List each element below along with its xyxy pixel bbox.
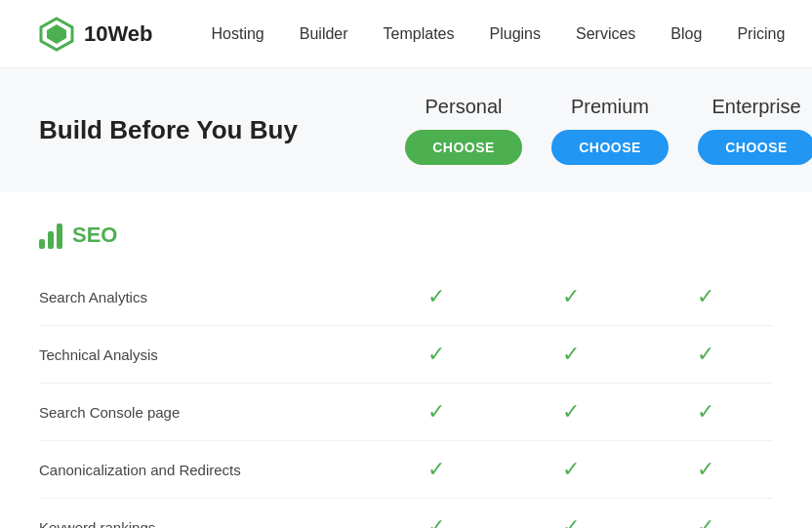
- table-row: Search Console page✓✓✓: [39, 384, 773, 441]
- check-premium: ✓: [504, 384, 638, 441]
- nav-item-blog[interactable]: Blog: [670, 25, 702, 43]
- check-personal: ✓: [369, 268, 504, 326]
- checkmark-icon: ✓: [697, 342, 714, 366]
- checkmark-icon: ✓: [427, 514, 445, 528]
- check-premium: ✓: [504, 326, 638, 384]
- plan-premium-name: Premium: [571, 96, 649, 118]
- feature-name: Search Analytics: [39, 268, 369, 326]
- checkmark-icon: ✓: [697, 284, 714, 308]
- checkmark-icon: ✓: [562, 514, 580, 528]
- feature-name: Keyword rankings: [39, 499, 369, 529]
- nav-item-builder[interactable]: Builder: [300, 25, 348, 43]
- plan-enterprise: Enterprise CHOOSE: [683, 96, 812, 165]
- nav-item-plugins[interactable]: Plugins: [490, 25, 541, 43]
- table-row: Canonicalization and Redirects✓✓✓: [39, 441, 773, 499]
- nav-item-pricing[interactable]: Pricing: [737, 25, 785, 43]
- plan-premium: Premium CHOOSE: [537, 96, 683, 165]
- seo-section-title: SEO: [72, 223, 117, 248]
- check-enterprise: ✓: [638, 384, 773, 441]
- hero-title: Build Before You Buy: [39, 115, 390, 145]
- feature-name: Technical Analysis: [39, 326, 369, 384]
- seo-feature-table: Search Analytics✓✓✓Technical Analysis✓✓✓…: [39, 268, 773, 528]
- logo-area: 10Web: [39, 17, 153, 52]
- table-row: Search Analytics✓✓✓: [39, 268, 773, 326]
- checkmark-icon: ✓: [562, 399, 580, 424]
- plan-enterprise-name: Enterprise: [711, 96, 800, 118]
- nav-item-services[interactable]: Services: [576, 25, 635, 43]
- check-enterprise: ✓: [638, 268, 773, 326]
- check-premium: ✓: [504, 268, 638, 326]
- bar-chart-icon: [39, 222, 62, 249]
- check-personal: ✓: [369, 441, 504, 499]
- seo-section-header: SEO: [39, 222, 773, 249]
- nav-item-hosting[interactable]: Hosting: [212, 25, 264, 43]
- plan-personal-name: Personal: [426, 96, 503, 118]
- checkmark-icon: ✓: [562, 284, 580, 308]
- checkmark-icon: ✓: [562, 342, 580, 366]
- svg-marker-1: [47, 24, 66, 44]
- check-premium: ✓: [504, 499, 638, 529]
- check-enterprise: ✓: [638, 499, 773, 529]
- check-personal: ✓: [369, 384, 504, 441]
- feature-name: Search Console page: [39, 384, 369, 441]
- table-row: Technical Analysis✓✓✓: [39, 326, 773, 384]
- plans-row: Personal CHOOSE Premium CHOOSE Enterpris…: [390, 96, 812, 165]
- checkmark-icon: ✓: [427, 399, 445, 424]
- checkmark-icon: ✓: [562, 457, 580, 481]
- checkmark-icon: ✓: [427, 284, 445, 308]
- checkmark-icon: ✓: [427, 457, 445, 481]
- hero-section: Build Before You Buy Personal CHOOSE Pre…: [0, 68, 812, 192]
- table-row: Keyword rankings✓✓✓: [39, 499, 773, 529]
- check-enterprise: ✓: [638, 441, 773, 499]
- choose-premium-button[interactable]: CHOOSE: [551, 130, 669, 165]
- check-personal: ✓: [369, 326, 504, 384]
- choose-personal-button[interactable]: CHOOSE: [405, 130, 522, 165]
- logo-icon: [39, 17, 74, 52]
- check-personal: ✓: [369, 499, 504, 529]
- plan-personal: Personal CHOOSE: [390, 96, 537, 165]
- main-content: SEO Search Analytics✓✓✓Technical Analysi…: [0, 192, 812, 528]
- checkmark-icon: ✓: [427, 342, 445, 366]
- logo-text: 10Web: [84, 21, 153, 47]
- main-nav: Hosting Builder Templates Plugins Servic…: [212, 25, 786, 43]
- checkmark-icon: ✓: [697, 399, 714, 424]
- feature-name: Canonicalization and Redirects: [39, 441, 369, 499]
- check-premium: ✓: [504, 441, 638, 499]
- checkmark-icon: ✓: [697, 457, 714, 481]
- choose-enterprise-button[interactable]: CHOOSE: [698, 130, 812, 165]
- header: 10Web Hosting Builder Templates Plugins …: [0, 0, 812, 68]
- checkmark-icon: ✓: [697, 514, 714, 528]
- nav-item-templates[interactable]: Templates: [384, 25, 455, 43]
- check-enterprise: ✓: [638, 326, 773, 384]
